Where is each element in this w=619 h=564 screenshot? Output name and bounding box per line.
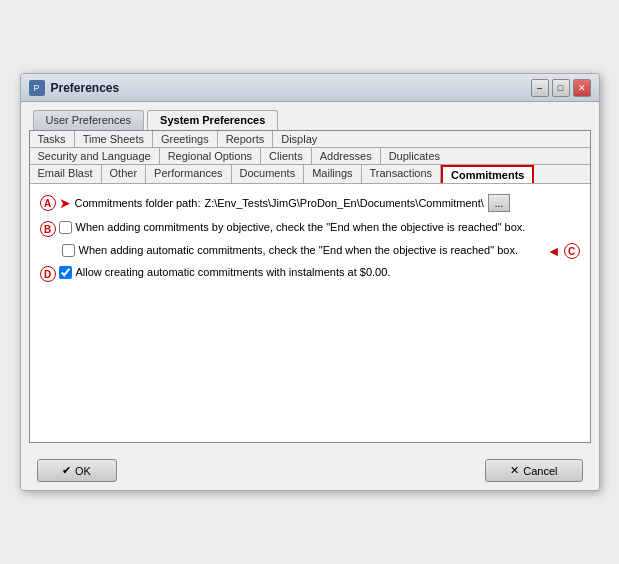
arrow-a-icon: ➤ — [59, 195, 71, 211]
cancel-icon: ✕ — [510, 464, 519, 477]
cancel-label: Cancel — [523, 465, 557, 477]
row2-tabs: Security and Language Regional Options C… — [30, 148, 590, 165]
tab-email-blast[interactable]: Email Blast — [30, 165, 102, 183]
preferences-window: P Preferences – □ ✕ User Preferences Sys… — [20, 73, 600, 491]
tab-performances[interactable]: Performances — [146, 165, 231, 183]
tab-addresses[interactable]: Addresses — [312, 148, 381, 164]
checkbox-row-3: D Allow creating automatic commitments w… — [40, 265, 580, 282]
titlebar-left: P Preferences — [29, 80, 120, 96]
tab-commitments[interactable]: Commitments — [441, 165, 534, 183]
window-title: Preferences — [51, 81, 120, 95]
annotation-d: D — [40, 266, 56, 282]
titlebar: P Preferences – □ ✕ — [21, 74, 599, 102]
tab-time-sheets[interactable]: Time Sheets — [75, 131, 153, 147]
tab-duplicates[interactable]: Duplicates — [381, 148, 448, 164]
window-controls: – □ ✕ — [531, 79, 591, 97]
tab-mailings[interactable]: Mailings — [304, 165, 361, 183]
folder-path-value: Z:\Env_Tests\JimG\ProDon_En\Documents\Co… — [204, 197, 483, 209]
annotation-c: C — [564, 243, 580, 259]
checkbox-1-label: When adding commitments by objective, ch… — [76, 220, 526, 234]
tab-reports[interactable]: Reports — [218, 131, 274, 147]
sub-tabs-wrapper: Tasks Time Sheets Greetings Reports Disp… — [29, 130, 591, 443]
footer: ✔ OK ✕ Cancel — [21, 451, 599, 490]
tab-display[interactable]: Display — [273, 131, 325, 147]
tab-user-preferences[interactable]: User Preferences — [33, 110, 145, 130]
tab-greetings[interactable]: Greetings — [153, 131, 218, 147]
arrow-c-icon: ◄ — [547, 243, 561, 259]
annotation-a: A — [40, 195, 56, 211]
close-button[interactable]: ✕ — [573, 79, 591, 97]
tab-other[interactable]: Other — [102, 165, 147, 183]
cancel-button[interactable]: ✕ Cancel — [485, 459, 582, 482]
annotation-b: B — [40, 221, 56, 237]
checkbox-row-2: When adding automatic commitments, check… — [40, 243, 580, 259]
tab-system-preferences[interactable]: System Preferences — [147, 110, 278, 130]
folder-path-label: Commitments folder path: — [75, 197, 201, 209]
checkbox-1[interactable] — [59, 221, 72, 234]
tab-documents[interactable]: Documents — [232, 165, 305, 183]
ok-button[interactable]: ✔ OK — [37, 459, 117, 482]
tab-tasks[interactable]: Tasks — [30, 131, 75, 147]
tab-security-language[interactable]: Security and Language — [30, 148, 160, 164]
folder-path-row: A ➤ Commitments folder path: Z:\Env_Test… — [40, 194, 580, 212]
checkbox-3-label: Allow creating automatic commitments wit… — [76, 265, 391, 279]
app-icon: P — [29, 80, 45, 96]
checkbox-2[interactable] — [62, 244, 75, 257]
tab-clients[interactable]: Clients — [261, 148, 312, 164]
window-body: User Preferences System Preferences Task… — [21, 102, 599, 451]
ok-label: OK — [75, 465, 91, 477]
maximize-button[interactable]: □ — [552, 79, 570, 97]
content-area: A ➤ Commitments folder path: Z:\Env_Test… — [30, 184, 590, 442]
browse-button[interactable]: ... — [488, 194, 510, 212]
row3-tabs: Email Blast Other Performances Documents… — [30, 165, 590, 184]
tab-regional-options[interactable]: Regional Options — [160, 148, 261, 164]
checkbox-2-label: When adding automatic commitments, check… — [79, 243, 543, 257]
ok-icon: ✔ — [62, 464, 71, 477]
row1-tabs: Tasks Time Sheets Greetings Reports Disp… — [30, 131, 590, 148]
main-tab-strip: User Preferences System Preferences — [29, 110, 591, 130]
checkbox-3[interactable] — [59, 266, 72, 279]
checkbox-row-1: B When adding commitments by objective, … — [40, 220, 580, 237]
tab-transactions[interactable]: Transactions — [362, 165, 442, 183]
minimize-button[interactable]: – — [531, 79, 549, 97]
